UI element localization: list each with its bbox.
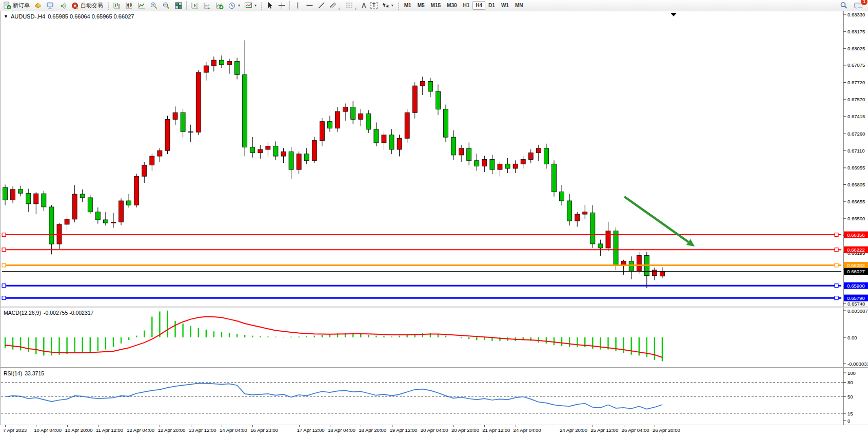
arrows-button[interactable]: ▾ bbox=[380, 0, 396, 11]
new-order-label: 新订单 bbox=[13, 2, 30, 9]
hosting-button[interactable] bbox=[44, 0, 56, 11]
toolbar-grip bbox=[260, 2, 263, 10]
chart-shift-button[interactable] bbox=[189, 0, 201, 11]
chart-line-button[interactable] bbox=[135, 0, 148, 11]
chevron-down-icon: ▾ bbox=[254, 3, 257, 8]
time-axis-label: 7 Apr 2023 bbox=[3, 427, 27, 433]
tf-w1-button[interactable]: W1 bbox=[498, 1, 512, 10]
time-axis-tick bbox=[36, 425, 36, 427]
svg-text:0.65900: 0.65900 bbox=[847, 283, 864, 289]
candlestick-chart-icon bbox=[125, 2, 133, 10]
time-axis-tick bbox=[67, 425, 68, 427]
time-axis-tick bbox=[191, 425, 191, 427]
svg-text:80: 80 bbox=[847, 380, 853, 385]
time-axis-tick bbox=[655, 425, 655, 427]
templates-button[interactable]: ▾ bbox=[242, 0, 259, 11]
new-order-icon bbox=[3, 2, 11, 10]
search-button[interactable] bbox=[838, 0, 850, 11]
tf-m30-button[interactable]: M30 bbox=[444, 1, 460, 10]
time-axis-tick bbox=[129, 425, 129, 427]
macd-label: MACD(12,26,9) -0.002755 -0.002317 bbox=[4, 310, 93, 316]
chart-bars-button[interactable] bbox=[111, 0, 123, 11]
time-axis-label: 10 Apr 04:00 bbox=[34, 427, 62, 433]
time-axis[interactable]: 7 Apr 202310 Apr 04:0010 Apr 20:0011 Apr… bbox=[0, 425, 868, 436]
tf-m1-button[interactable]: M1 bbox=[401, 1, 415, 10]
time-axis-label: 25 Apr 12:00 bbox=[590, 427, 618, 433]
signals-button[interactable] bbox=[56, 0, 69, 11]
svg-text:0.67875: 0.67875 bbox=[847, 62, 865, 68]
vline-button[interactable] bbox=[292, 0, 304, 11]
new-order-button[interactable]: 新订单 bbox=[1, 0, 32, 11]
toolbar: 新订单 自动交易 bbox=[0, 0, 868, 11]
autotrade-icon bbox=[71, 2, 79, 10]
tf-h1-button[interactable]: H1 bbox=[460, 1, 473, 10]
autotrade-button[interactable]: 自动交易 bbox=[69, 0, 105, 11]
vertical-line-icon bbox=[294, 2, 302, 9]
rsi-label: RSI(14) 33.3715 bbox=[4, 370, 44, 376]
macd-panel[interactable]: 0.0030870.00-0.003033 bbox=[0, 308, 868, 367]
time-axis-label: 13 Apr 12:00 bbox=[189, 427, 216, 433]
auto-scroll-button[interactable] bbox=[201, 0, 213, 11]
add-indicator-button[interactable] bbox=[213, 0, 226, 11]
time-axis-label: 12 Apr 20:00 bbox=[157, 427, 185, 433]
notifications-button[interactable]: 1 bbox=[852, 0, 865, 11]
svg-text:15: 15 bbox=[847, 411, 853, 416]
time-axis-tick bbox=[392, 425, 392, 427]
text-tool-icon: A bbox=[362, 2, 366, 9]
periods-button[interactable]: ▾ bbox=[226, 0, 242, 11]
rsi-panel[interactable]: 1008050150 bbox=[0, 368, 868, 425]
template-icon bbox=[244, 2, 252, 10]
time-axis-label: 11 Apr 12:00 bbox=[96, 427, 123, 433]
bar-chart-icon bbox=[113, 2, 121, 10]
time-axis-label: 16 Apr 23:00 bbox=[250, 427, 278, 433]
tf-d1-button[interactable]: D1 bbox=[485, 1, 498, 10]
svg-text:0.68330: 0.68330 bbox=[847, 12, 865, 17]
fibonacci-button[interactable]: F bbox=[343, 0, 360, 11]
toolbar-separator bbox=[289, 1, 290, 10]
svg-text:100: 100 bbox=[847, 370, 856, 376]
svg-text:0.66027: 0.66027 bbox=[847, 269, 864, 274]
channel-button[interactable]: E bbox=[327, 0, 343, 11]
svg-text:0.67720: 0.67720 bbox=[847, 80, 865, 85]
svg-text:0.66805: 0.66805 bbox=[847, 182, 865, 187]
add-indicator-icon bbox=[215, 2, 224, 10]
time-axis-label: 19 Apr 12:00 bbox=[390, 427, 418, 433]
tf-mn-button[interactable]: MN bbox=[512, 1, 526, 10]
svg-text:0.67415: 0.67415 bbox=[847, 113, 865, 119]
auto-scroll-icon bbox=[203, 2, 211, 10]
tf-m15-button[interactable]: M15 bbox=[428, 1, 444, 10]
tf-h4-button[interactable]: H4 bbox=[472, 1, 485, 10]
zoom-out-button[interactable] bbox=[160, 0, 172, 11]
horizontal-line-icon bbox=[306, 2, 313, 9]
text-button[interactable]: A bbox=[360, 0, 368, 11]
gold-tool-button[interactable] bbox=[32, 0, 44, 11]
time-axis-label: 17 Apr 12:00 bbox=[297, 427, 325, 433]
svg-text:0.66655: 0.66655 bbox=[847, 199, 865, 204]
time-axis-tick bbox=[593, 425, 593, 427]
svg-text:0.68175: 0.68175 bbox=[847, 29, 865, 34]
zoom-in-icon bbox=[150, 2, 158, 10]
terminal-icon bbox=[46, 2, 54, 10]
line-chart-icon bbox=[137, 2, 146, 10]
chart-candles-button[interactable] bbox=[123, 0, 135, 11]
crosshair-button[interactable] bbox=[276, 0, 288, 11]
zoom-in-button[interactable] bbox=[148, 0, 160, 11]
hline-button[interactable] bbox=[304, 0, 315, 11]
time-axis-tick bbox=[222, 425, 222, 427]
time-axis-label: 21 Apr 12:00 bbox=[482, 427, 510, 433]
cursor-button[interactable] bbox=[264, 0, 276, 11]
label-button[interactable]: T bbox=[368, 0, 380, 11]
tf-m5-button[interactable]: M5 bbox=[415, 1, 428, 10]
chevron-down-icon[interactable]: ▼ bbox=[4, 14, 8, 19]
tile-windows-button[interactable] bbox=[172, 0, 185, 11]
time-axis-tick bbox=[453, 425, 454, 427]
main-price-chart[interactable]: 0.683300.681750.680250.678750.677200.675… bbox=[0, 11, 868, 307]
time-axis-label: 12 Apr 04:00 bbox=[127, 427, 154, 433]
rsi-name-label: RSI(14) bbox=[4, 370, 22, 376]
time-axis-label: 20 Apr 20:00 bbox=[451, 427, 479, 433]
trendline-button[interactable] bbox=[315, 0, 327, 11]
time-axis-tick bbox=[624, 425, 624, 427]
toolbar-separator bbox=[186, 1, 187, 10]
text-label-icon: T bbox=[370, 2, 378, 9]
ohlc-values-label: 0.65985 0.66064 0.65965 0.66027 bbox=[48, 13, 134, 20]
